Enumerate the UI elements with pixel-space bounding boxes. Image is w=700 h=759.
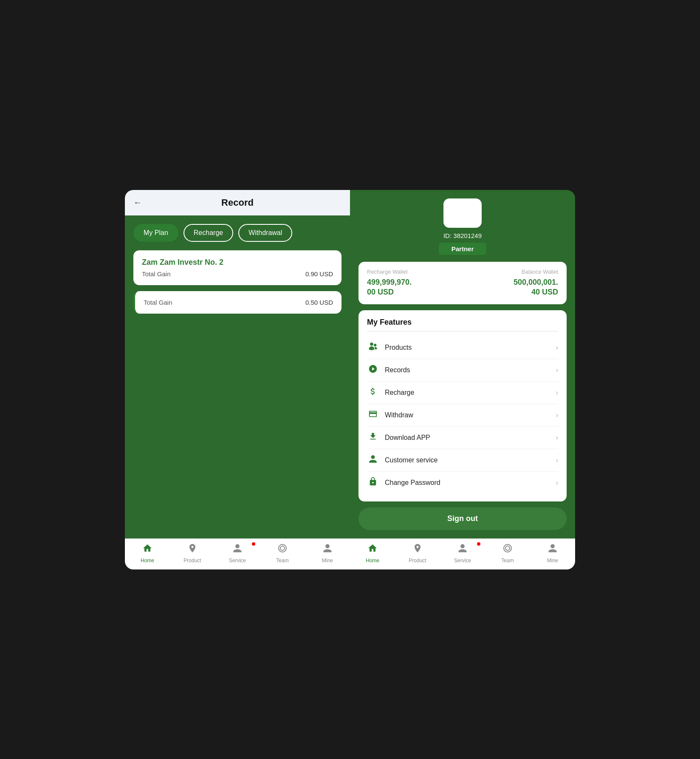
recharge-wallet-label: Recharge Wallet [367, 269, 412, 275]
products-label: Products [385, 344, 412, 351]
records-icon [367, 364, 379, 376]
change-password-icon [367, 477, 379, 489]
right-product-icon [412, 543, 423, 556]
feature-records-left: Records [367, 364, 410, 376]
left-team-icon [277, 543, 288, 556]
feature-download-left: Download APP [367, 432, 430, 444]
feature-change-password[interactable]: Change Password › [367, 472, 558, 494]
recharge-label: Recharge [385, 389, 414, 396]
download-chevron: › [556, 434, 558, 442]
right-nav-service-label: Service [454, 558, 471, 564]
back-button[interactable]: ← [133, 198, 142, 207]
products-chevron: › [556, 344, 558, 351]
right-team-icon [502, 543, 513, 556]
feature-products[interactable]: Products › [367, 337, 558, 359]
plan-card-2: Total Gain 0.50 USD [133, 291, 342, 314]
customer-service-label: Customer service [385, 456, 438, 464]
left-nav-home[interactable]: Home [130, 543, 164, 564]
partner-badge: Partner [439, 243, 487, 255]
profile-avatar [443, 198, 482, 228]
right-nav-home-label: Home [366, 558, 379, 564]
left-screen: ← Record My Plan Recharge Withdrawal Zam… [125, 190, 350, 569]
recharge-icon [367, 387, 379, 399]
left-nav-home-label: Home [141, 558, 154, 564]
recharge-wallet-section: Recharge Wallet 499,999,970. 00 USD [367, 269, 412, 297]
left-nav-service[interactable]: Service [220, 543, 254, 564]
change-password-label: Change Password [385, 479, 440, 487]
withdraw-icon [367, 409, 379, 421]
plan-card-1: Zam Zam Investr No. 2 Total Gain 0.90 US… [133, 250, 342, 285]
feature-customer-service[interactable]: Customer service › [367, 449, 558, 472]
right-nav-team[interactable]: Team [491, 543, 525, 564]
wallet-card: Recharge Wallet 499,999,970. 00 USD Bala… [358, 262, 567, 304]
feature-recharge-left: Recharge [367, 387, 414, 399]
left-header: ← Record [125, 190, 350, 215]
right-bottom-nav: Home Product Service Team [350, 538, 575, 569]
left-nav-product[interactable]: Product [175, 543, 209, 564]
right-screen: ID: 38201249 Partner Recharge Wallet 499… [350, 190, 575, 569]
left-nav-service-label: Service [229, 558, 246, 564]
left-nav-mine-label: Mine [322, 558, 333, 564]
feature-records[interactable]: Records › [367, 359, 558, 382]
right-nav-product-label: Product [409, 558, 426, 564]
screens-container: ← Record My Plan Recharge Withdrawal Zam… [125, 190, 575, 569]
feature-change-password-left: Change Password [367, 477, 440, 489]
right-home-icon [367, 543, 378, 556]
plan-card-1-row: Total Gain 0.90 USD [142, 270, 333, 278]
left-mine-icon [322, 543, 333, 556]
right-nav-team-label: Team [501, 558, 514, 564]
change-password-chevron: › [556, 479, 558, 487]
customer-service-icon [367, 454, 379, 466]
feature-products-left: Products [367, 342, 412, 354]
tab-withdrawal[interactable]: Withdrawal [238, 224, 292, 242]
right-nav-mine[interactable]: Mine [536, 543, 570, 564]
features-title: My Features [367, 318, 558, 331]
right-nav-mine-label: Mine [547, 558, 558, 564]
right-nav-product[interactable]: Product [401, 543, 435, 564]
recharge-wallet-amount: 499,999,970. [367, 278, 412, 287]
right-nav-service[interactable]: Service [446, 543, 480, 564]
left-service-icon [232, 543, 243, 556]
profile-id: ID: 38201249 [443, 232, 482, 239]
features-card: My Features Products › [358, 310, 567, 501]
feature-customer-service-left: Customer service [367, 454, 438, 466]
right-content: ID: 38201249 Partner Recharge Wallet 499… [350, 190, 575, 538]
feature-recharge[interactable]: Recharge › [367, 382, 558, 404]
left-nav-mine[interactable]: Mine [310, 543, 344, 564]
records-label: Records [385, 366, 410, 374]
tab-my-plan[interactable]: My Plan [133, 224, 178, 242]
balance-wallet-unit: 40 USD [514, 287, 558, 297]
download-label: Download APP [385, 434, 430, 442]
plan-card-1-value: 0.90 USD [305, 270, 333, 278]
feature-withdraw-left: Withdraw [367, 409, 413, 421]
right-nav-home[interactable]: Home [356, 543, 390, 564]
left-nav-team-label: Team [276, 558, 288, 564]
plan-card-2-value: 0.50 USD [305, 299, 333, 306]
feature-withdraw[interactable]: Withdraw › [367, 404, 558, 427]
left-content: My Plan Recharge Withdrawal Zam Zam Inve… [125, 215, 350, 538]
left-nav-team[interactable]: Team [265, 543, 299, 564]
left-nav-product-label: Product [183, 558, 201, 564]
withdraw-chevron: › [556, 411, 558, 419]
customer-service-chevron: › [556, 456, 558, 464]
left-product-icon [187, 543, 198, 556]
recharge-wallet-unit: 00 USD [367, 287, 412, 297]
balance-wallet-label: Balance Wallet [514, 269, 558, 275]
plan-card-1-label: Total Gain [142, 270, 171, 278]
plan-card-2-row: Total Gain 0.50 USD [144, 299, 333, 306]
balance-wallet-amount: 500,000,001. [514, 278, 558, 287]
right-service-icon [457, 543, 468, 556]
right-mine-icon [548, 543, 558, 556]
plan-card-1-title: Zam Zam Investr No. 2 [142, 258, 333, 267]
withdraw-label: Withdraw [385, 411, 413, 419]
records-chevron: › [556, 366, 558, 374]
tab-recharge[interactable]: Recharge [183, 224, 233, 242]
tab-buttons: My Plan Recharge Withdrawal [133, 224, 342, 242]
signout-button[interactable]: Sign out [358, 507, 567, 530]
left-header-title: Record [221, 197, 254, 208]
left-bottom-nav: Home Product Service Team [125, 538, 350, 569]
left-home-icon [142, 543, 152, 556]
recharge-chevron: › [556, 389, 558, 396]
balance-wallet-section: Balance Wallet 500,000,001. 40 USD [514, 269, 558, 297]
feature-download[interactable]: Download APP › [367, 427, 558, 449]
